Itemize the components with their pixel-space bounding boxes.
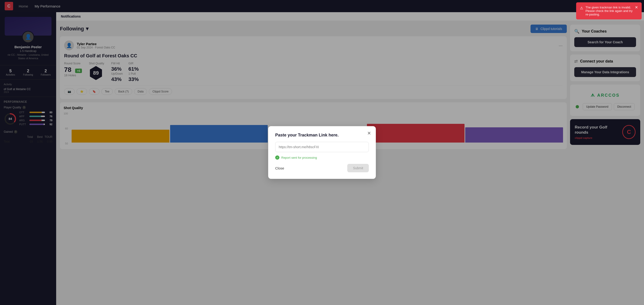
modal-close-x-button[interactable]: ✕ xyxy=(367,130,371,136)
toast-close-button[interactable]: ✕ xyxy=(635,6,638,9)
modal-footer: Close Submit xyxy=(275,164,369,172)
toast-warning-icon: ⚠ xyxy=(580,6,583,10)
trackman-modal: Paste your Trackman Link here. ✕ ✓ Repor… xyxy=(268,126,376,179)
success-checkmark-icon: ✓ xyxy=(275,156,280,160)
modal-title: Paste your Trackman Link here. xyxy=(275,133,369,138)
toast-message: The given trackman link is invalid. Plea… xyxy=(586,6,632,16)
modal-submit-button[interactable]: Submit xyxy=(347,164,369,172)
success-text: Report sent for processing xyxy=(281,156,317,160)
modal-success-message: ✓ Report sent for processing xyxy=(275,156,369,160)
error-toast: ⚠ The given trackman link is invalid. Pl… xyxy=(576,2,642,20)
trackman-link-input[interactable] xyxy=(275,142,369,152)
modal-close-button[interactable]: Close xyxy=(275,166,284,170)
modal-overlay: Paste your Trackman Link here. ✕ ✓ Repor… xyxy=(0,0,644,305)
